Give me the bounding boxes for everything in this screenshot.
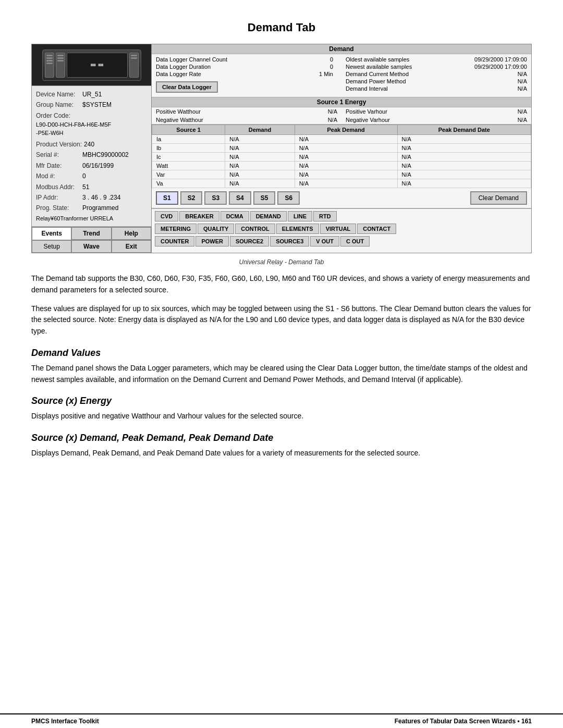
source-energy-section: Source 1 Energy Positive Watthour N/A Po… (152, 97, 531, 125)
tab-power-button[interactable]: POWER (195, 236, 229, 246)
device-image: ■■ ■■ (32, 44, 151, 86)
clear-demand-button[interactable]: Clear Demand (470, 191, 527, 205)
pos-wh-row: Positive Watthour N/A (152, 107, 341, 116)
serial-label: Serial #: (36, 150, 80, 160)
prog-state-value: Programmed (82, 203, 118, 213)
s6-button[interactable]: S6 (277, 191, 300, 205)
source-demand-text: Displays Demand, Peak Demand, and Peak D… (31, 448, 532, 459)
help-button[interactable]: Help (112, 227, 151, 240)
caption: Universal Relay - Demand Tab (31, 258, 532, 266)
product-version-label: Product Version: (36, 139, 82, 150)
cell-peak: N/A (295, 144, 397, 153)
cell-peak_date: N/A (397, 179, 531, 188)
tab-source2-button[interactable]: SOURCE2 (230, 236, 269, 246)
product-version-value: 240 (84, 139, 94, 150)
pos-wh-label: Positive Watthour (156, 108, 201, 115)
neg-wh-value: N/A (328, 117, 337, 123)
tab-line-button[interactable]: LINE (288, 211, 312, 221)
right-content: Demand Data Logger Channel Count 0 Data … (152, 44, 531, 253)
cell-peak_date: N/A (397, 162, 531, 170)
ui-panel: ■■ ■■ Device Name: UR_51 Group Name: $SY… (31, 44, 532, 253)
tab-virtual-button[interactable]: VIRTUAL (320, 224, 357, 234)
tab-cvd-button[interactable]: CVD (155, 211, 178, 221)
source-energy-text: Displays positive and negative Watthour … (31, 411, 532, 422)
tab-breaker-button[interactable]: BREAKER (179, 211, 219, 221)
events-button[interactable]: Events (32, 227, 71, 240)
pos-varh-row: Positive Varhour N/A (341, 107, 531, 116)
page-title: Demand Tab (31, 21, 532, 34)
duration-value: 0 (317, 64, 333, 70)
device-name-value: UR_51 (82, 89, 102, 100)
table-row: IbN/AN/AN/A (152, 144, 531, 153)
demand-top-grid: Data Logger Channel Count 0 Data Logger … (152, 54, 531, 97)
col-peak-date: Peak Demand Date (397, 125, 531, 135)
tab-quality-button[interactable]: QUALITY (198, 224, 234, 234)
device-info: Device Name: UR_51 Group Name: $SYSTEM O… (32, 86, 151, 227)
bottom-tabs-row: CVDBREAKERDCMADEMANDLINERTDMETERINGQUALI… (152, 208, 531, 250)
cell-source: Var (152, 170, 225, 179)
group-name-label: Group Name: (36, 100, 80, 110)
source-energy-heading: Source (x) Energy (31, 396, 532, 406)
current-method-label: Demand Current Method (346, 71, 409, 77)
source-energy-grid: Positive Watthour N/A Positive Varhour N… (152, 107, 531, 124)
tab-source3-button[interactable]: SOURCE3 (270, 236, 309, 246)
tab-rtd-button[interactable]: RTD (313, 211, 337, 221)
cell-source: Ia (152, 135, 225, 144)
cell-peak: N/A (295, 135, 397, 144)
demand-right: Oldest available samples 09/29/2000 17:0… (341, 54, 531, 97)
tab-control-button[interactable]: CONTROL (235, 224, 275, 234)
cell-demand: N/A (225, 179, 295, 188)
tab-contact-button[interactable]: CONTACT (357, 224, 396, 234)
pos-wh-value: N/A (328, 108, 337, 115)
device-name-label: Device Name: (36, 89, 80, 100)
clear-data-logger-button[interactable]: Clear Data Logger (156, 81, 218, 93)
footer-right: Features of Tabular Data Screen Wizards … (395, 718, 532, 725)
tab-button-row: CVDBREAKERDCMADEMANDLINERTD (155, 211, 528, 221)
tab-demand-button[interactable]: DEMAND (250, 211, 287, 221)
intro-paragraph: The Demand tab supports the B30, C60, D6… (31, 273, 532, 295)
cell-source: Ic (152, 153, 225, 162)
modbus-label: Modbus Addr: (36, 182, 80, 192)
tab-counter-button[interactable]: COUNTER (155, 236, 194, 246)
tab-elements-button[interactable]: ELEMENTS (276, 224, 319, 234)
s5-button[interactable]: S5 (253, 191, 276, 205)
rate-label: Data Logger Rate (156, 71, 317, 77)
s4-button[interactable]: S4 (229, 191, 251, 205)
tab-dcma-button[interactable]: DCMA (221, 211, 249, 221)
current-method-value: N/A (518, 71, 527, 77)
tab-button-row: COUNTERPOWERSOURCE2SOURCE3V OUTC OUT (155, 236, 528, 246)
setup-button[interactable]: Setup (32, 240, 71, 253)
tab-c-out-button[interactable]: C OUT (340, 236, 370, 246)
newest-value: 09/29/2000 17:09:00 (474, 64, 527, 70)
channel-count-label: Data Logger Channel Count (156, 56, 317, 63)
cell-peak: N/A (295, 179, 397, 188)
interval-label: Demand Interval (346, 85, 388, 92)
trend-button[interactable]: Trend (71, 227, 111, 240)
order-code-label: Order Code: (36, 110, 80, 121)
wave-button[interactable]: Wave (71, 240, 111, 253)
tab-metering-button[interactable]: METERING (155, 224, 197, 234)
exit-button[interactable]: Exit (112, 240, 151, 253)
s2-button[interactable]: S2 (180, 191, 203, 205)
duration-label: Data Logger Duration (156, 64, 317, 70)
tab-v-out-button[interactable]: V OUT (310, 236, 339, 246)
sources-paragraph: These values are displayed for up to six… (31, 303, 532, 337)
group-name-value: $SYSTEM (82, 100, 112, 110)
newest-label: Newest available samples (346, 64, 412, 70)
s1-button[interactable]: S1 (156, 191, 178, 205)
pos-varh-value: N/A (518, 108, 527, 115)
rate-value: 1 Min (317, 71, 333, 77)
power-method-label: Demand Power Method (346, 78, 406, 84)
source-demand-table: Source 1 Demand Peak Demand Peak Demand … (152, 125, 531, 188)
ip-label: IP Addr: (36, 192, 80, 203)
table-row: WattN/AN/AN/A (152, 162, 531, 170)
cell-demand: N/A (225, 170, 295, 179)
tab-button-row: METERINGQUALITYCONTROLELEMENTSVIRTUALCON… (155, 224, 528, 234)
cell-source: Va (152, 179, 225, 188)
cell-peak_date: N/A (397, 135, 531, 144)
ip-value: 3 . 46 . 9 .234 (82, 192, 120, 203)
channel-count-value: 0 (317, 56, 333, 63)
demand-left: Data Logger Channel Count 0 Data Logger … (152, 54, 341, 97)
prog-state-label: Prog. State: (36, 203, 80, 213)
s3-button[interactable]: S3 (204, 191, 227, 205)
